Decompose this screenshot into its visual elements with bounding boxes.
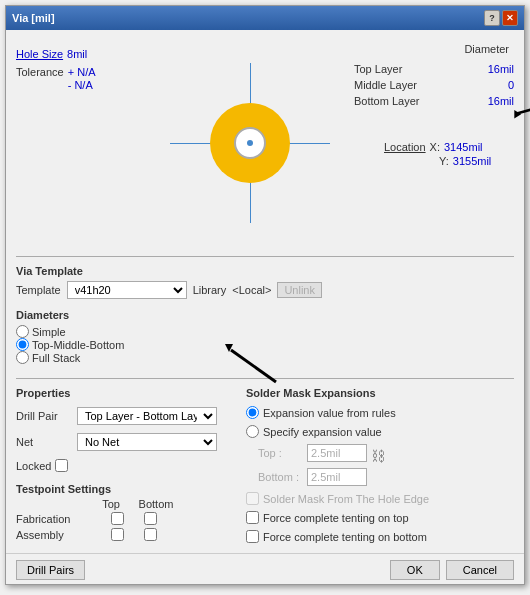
assembly-bottom-checkbox[interactable]	[144, 528, 157, 541]
force-top-checkbox[interactable]	[246, 511, 259, 524]
left-col: Properties Drill Pair Top Layer - Bottom…	[16, 387, 236, 545]
force-top-row: Force complete tenting on top	[246, 511, 514, 524]
solder-inputs-chain: Top : Bottom : ⛓	[246, 444, 514, 488]
full-stack-radio[interactable]	[16, 351, 29, 364]
locked-checkbox[interactable]	[55, 459, 68, 472]
close-button[interactable]: ✕	[502, 10, 518, 26]
simple-radio-label: Simple	[32, 326, 66, 338]
middle-layer-arrow-icon	[504, 91, 530, 141]
bottom-layer-row: Bottom Layer 16mil	[354, 95, 514, 107]
force-top-label: Force complete tenting on top	[263, 512, 409, 524]
hole-edge-checkbox[interactable]	[246, 492, 259, 505]
fabrication-bottom-checkbox[interactable]	[144, 512, 157, 525]
diameters-section-label: Diameters	[16, 309, 514, 321]
net-select[interactable]: No Net	[77, 433, 217, 451]
properties-section-label: Properties	[16, 387, 236, 399]
force-bottom-label: Force complete tenting on bottom	[263, 531, 427, 543]
top-solder-input[interactable]	[307, 444, 367, 462]
simple-radio-item: Simple	[16, 325, 124, 338]
tolerance-minus[interactable]: - N/A	[68, 79, 96, 91]
testpoint-section-label: Testpoint Settings	[16, 483, 236, 495]
fabrication-label: Fabrication	[16, 513, 91, 525]
assembly-label: Assembly	[16, 529, 91, 541]
testpoint-col-headers: Top Bottom	[16, 498, 236, 510]
divider-2	[16, 378, 514, 379]
bottom-layer-label: Bottom Layer	[354, 95, 419, 107]
location-label: Location	[384, 141, 426, 153]
expansion-from-rules-radio[interactable]	[246, 406, 259, 419]
tolerance-label: Tolerance	[16, 66, 64, 78]
library-label: Library	[193, 284, 227, 296]
hole-size-label[interactable]: Hole Size	[16, 48, 63, 60]
assembly-checks	[111, 528, 157, 541]
top-middle-bottom-radio-item: Top-Middle-Bottom	[16, 338, 124, 351]
assembly-top-checkbox[interactable]	[111, 528, 124, 541]
drill-pair-row: Drill Pair Top Layer - Bottom Lay...	[16, 407, 236, 425]
ok-button[interactable]: OK	[390, 560, 440, 580]
help-button[interactable]: ?	[484, 10, 500, 26]
svg-marker-4	[225, 344, 233, 352]
template-row: Template v41h20 Library <Local> Unlink	[16, 281, 514, 299]
bottom-solder-input[interactable]	[307, 468, 367, 486]
full-stack-radio-item: Full Stack	[16, 351, 124, 364]
y-value[interactable]: 3155mil	[453, 155, 492, 167]
net-row: Net No Net	[16, 433, 236, 451]
simple-radio[interactable]	[16, 325, 29, 338]
top-layer-value[interactable]: 16mil	[488, 63, 514, 75]
solder-inputs: Top : Bottom :	[246, 444, 367, 488]
full-stack-radio-label: Full Stack	[32, 352, 80, 364]
location-label-row: Location X: 3145mil	[384, 141, 514, 153]
specify-expansion-radio[interactable]	[246, 425, 259, 438]
svg-line-0	[517, 103, 530, 113]
force-bottom-checkbox[interactable]	[246, 530, 259, 543]
location-block: Location X: 3145mil Y: 3155mil	[354, 141, 514, 169]
top-solder-label: Top :	[258, 447, 303, 459]
hole-edge-label: Solder Mask From The Hole Edge	[263, 493, 429, 505]
titlebar: Via [mil] ? ✕	[6, 6, 524, 30]
top-solder-row: Top :	[246, 444, 367, 462]
fabrication-row: Fabrication	[16, 512, 236, 525]
left-panel: Hole Size 8mil Tolerance + N/A - N/A	[16, 38, 146, 248]
x-value[interactable]: 3145mil	[444, 141, 483, 153]
top-layer-label: Top Layer	[354, 63, 402, 75]
middle-layer-label: Middle Layer	[354, 79, 417, 91]
testpoint-settings-section: Testpoint Settings Top Bottom Fabricatio…	[16, 483, 236, 544]
chain-link-icon: ⛓	[371, 448, 385, 464]
diagram-area	[156, 38, 344, 248]
drill-pair-label: Drill Pair	[16, 410, 71, 422]
via-center-dot	[247, 140, 253, 146]
fabrication-checks	[111, 512, 157, 525]
drill-pair-select[interactable]: Top Layer - Bottom Lay...	[77, 407, 217, 425]
expansion-from-rules-label: Expansion value from rules	[263, 407, 396, 419]
tolerance-block: Tolerance + N/A - N/A	[16, 66, 146, 91]
expansion-from-rules-row: Expansion value from rules	[246, 406, 514, 419]
tolerance-values: + N/A - N/A	[68, 66, 96, 91]
testpoint-bottom-col: Bottom	[131, 498, 181, 510]
locked-label: Locked	[16, 460, 51, 472]
tolerance-plus[interactable]: + N/A	[68, 66, 96, 78]
top-middle-bottom-radio[interactable]	[16, 338, 29, 351]
drill-pairs-button[interactable]: Drill Pairs	[16, 560, 85, 580]
diameter-header: Diameter	[354, 43, 514, 55]
top-middle-bottom-arrow-icon	[211, 330, 281, 385]
fabrication-top-checkbox[interactable]	[111, 512, 124, 525]
force-bottom-row: Force complete tenting on bottom	[246, 530, 514, 543]
y-label: Y:	[439, 155, 449, 167]
x-label: X:	[430, 141, 440, 153]
unlink-button[interactable]: Unlink	[277, 282, 322, 298]
template-label: Template	[16, 284, 61, 296]
bottom-solder-row: Bottom :	[246, 468, 367, 486]
specify-expansion-label: Specify expansion value	[263, 426, 382, 438]
hole-size-value[interactable]: 8mil	[67, 48, 87, 60]
hole-edge-row: Solder Mask From The Hole Edge	[246, 492, 514, 505]
middle-layer-value[interactable]: 0	[508, 79, 514, 91]
titlebar-title: Via [mil]	[12, 12, 55, 24]
dialog-content: Hole Size 8mil Tolerance + N/A - N/A	[6, 30, 524, 553]
cancel-button[interactable]: Cancel	[446, 560, 514, 580]
template-select[interactable]: v41h20	[67, 281, 187, 299]
middle-layer-row: Middle Layer 0	[354, 79, 514, 91]
diameters-section: Diameters Simple Top-Middle-Bottom Full …	[16, 309, 514, 370]
divider-1	[16, 256, 514, 257]
top-section: Hole Size 8mil Tolerance + N/A - N/A	[16, 38, 514, 248]
params-panel: Diameter Top Layer 16mil Middle Layer 0	[354, 38, 514, 248]
